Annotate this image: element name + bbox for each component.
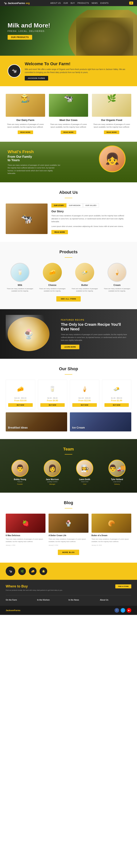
whats-fresh-body: There are many variations of passages of…: [8, 164, 61, 175]
wtb-link-in-kitchen-anchor[interactable]: In the Kitchen: [37, 599, 50, 601]
team-member-tyler-name: Tyler Holland: [103, 478, 131, 480]
team-members-grid: 👨 Bobby Young Farmer Founder 👩 Jane Morr…: [6, 460, 131, 485]
team-member-jane-extra: Quality Control: [38, 481, 66, 483]
product-milk-icon: 🥛: [10, 263, 30, 282]
shop-banner-breakfast[interactable]: Breakfast Ideas: [6, 412, 67, 431]
shop-item-butter-button[interactable]: BUY NOW: [104, 403, 129, 407]
welcome-logo-circle: 🐄: [8, 64, 21, 78]
about-read-more-button[interactable]: READ MORE: [51, 230, 68, 234]
about-section: About Us 🐄 Our Story Our Mission Our Val…: [0, 182, 137, 242]
about-tab-values[interactable]: Our Values: [83, 203, 99, 208]
feature-organic-desc: There are many variations of passages of…: [92, 123, 131, 129]
welcome-title: Welcome To Our Farm!: [25, 61, 129, 66]
welcome-cta-button[interactable]: JACKSON FARMS: [25, 76, 48, 81]
social-youtube-icon[interactable]: ▶: [127, 608, 131, 613]
welcome-logo-icon: 🐄: [12, 68, 17, 73]
shop-banners: Breakfast Ideas Ice Cream: [6, 412, 131, 431]
product-butter-icon: 🧈: [75, 263, 94, 282]
whats-fresh-subtitle: From Our Family to Yours: [8, 155, 129, 162]
cart-button[interactable]: 0: [129, 2, 133, 5]
about-story-title: Our Story: [51, 210, 131, 213]
shop-item-cheese: 🧀 $10.00 - $50.00 From $10.00 BUY NOW: [6, 380, 35, 409]
welcome-text: Welcome To Our Farm! Milk and more! We o…: [25, 61, 129, 81]
about-cow-icon: 🐄: [21, 213, 33, 224]
nav-news[interactable]: News: [92, 2, 98, 4]
team-avatar-laura: 👩‍🍳: [76, 460, 93, 477]
products-see-all-button[interactable]: SEE ALL ITEMS: [56, 296, 81, 302]
team-divider: [6, 453, 131, 455]
about-tab-story[interactable]: Our Story: [51, 203, 66, 208]
footer-bottom: JacksonFarms f t ▶: [0, 606, 137, 615]
hero-cow-decoration-2: [76, 18, 133, 56]
shop-item-cream-button[interactable]: BUY NOW: [72, 403, 97, 407]
shop-item-cheese-price-range: $10.00 - $50.00: [8, 397, 33, 399]
footer-logo-cheese: 🧀: [29, 567, 37, 575]
about-story-body1: There are many variations of passages of…: [51, 214, 131, 223]
shop-item-cheese-button[interactable]: BUY NOW: [8, 403, 33, 407]
wtb-link-on-farm-anchor[interactable]: On the Farm: [6, 599, 17, 601]
blog-post-3-image: 🥐: [92, 514, 131, 533]
footer-bottom-logo: JacksonFarms: [6, 609, 20, 612]
nav-about[interactable]: About Us: [50, 2, 61, 4]
feature-organic-cta[interactable]: READ MORE: [104, 130, 119, 134]
nav-our[interactable]: OUR: [63, 2, 68, 4]
footer-top: 🐄 🌿 🧀 ⭐: [0, 563, 137, 580]
recipe-cta-button[interactable]: LEARN MORE: [61, 345, 79, 349]
social-facebook-icon[interactable]: f: [115, 608, 119, 613]
shop-banner-icecream[interactable]: Ice Cream: [70, 412, 131, 431]
products-grid: 🥛 Milk There are many variations of pass…: [6, 263, 131, 292]
wtb-link-in-news-anchor[interactable]: In the News: [68, 599, 79, 601]
navbar-logo[interactable]: 🐄 JacksonFarmsorg: [4, 2, 30, 5]
shop-item-cheese-price: From $10.00: [8, 399, 33, 402]
team-section-title: Team: [6, 447, 131, 452]
blog-more-button[interactable]: MORE BLOG: [58, 550, 79, 555]
blog-post-1-title: It Was Delicious: [6, 534, 45, 537]
team-avatar-bobby: 👨: [11, 460, 29, 477]
product-cheese-desc: There are many variations of passages av…: [38, 288, 66, 292]
feature-dairy-title: Our Dairy Farm: [6, 119, 45, 122]
shop-item-cheese-icon: 🧀: [14, 382, 27, 396]
social-twitter-icon[interactable]: t: [121, 608, 125, 613]
wtb-link-in-news: In the News: [68, 598, 100, 601]
blog-post-2-excerpt: There are many variations of passages of…: [48, 538, 88, 543]
about-story-body2: Lorem ipsum dolor sit amet, consectetur …: [51, 225, 131, 228]
team-member-bobby-role: Founder: [6, 483, 34, 485]
nav-buy[interactable]: BUY: [71, 2, 75, 4]
shop-banner-icecream-title: Ice Cream: [72, 426, 85, 429]
feature-dairy-desc: There are many variations of passages of…: [6, 123, 45, 129]
wtb-link-about-us-anchor[interactable]: About Us: [100, 599, 108, 601]
hero-headline: Milk and More!: [8, 22, 50, 29]
shop-item-milk-button[interactable]: BUY NOW: [40, 403, 65, 407]
blog-post-3-title: Butter of a Dream: [92, 534, 131, 537]
feature-cows: 🐄 Meet Our Cows There are many variation…: [49, 94, 88, 134]
nav-events[interactable]: Events: [100, 2, 108, 4]
shop-item-cream-icon: 🍦: [78, 382, 91, 396]
blog-post-1-excerpt: There are many variations of passages of…: [6, 538, 45, 543]
shop-section-title: Our Shop: [6, 366, 131, 371]
nav-products[interactable]: Products: [78, 2, 89, 4]
team-avatar-jane: 👩: [44, 460, 61, 477]
blog-section-title: Blog: [6, 500, 131, 505]
team-member-tyler: 👨‍🚚 Tyler Holland Lead Driver Delivery: [103, 460, 131, 485]
blog-post-2-date: January 5, 2018: [48, 545, 88, 546]
hero-cta-button[interactable]: OUR PRODUCTS: [8, 35, 32, 40]
wtb-header: Where to Buy Find our products locally. …: [6, 584, 131, 591]
product-cheese-name: Cheese: [38, 284, 66, 286]
navbar-logo-icon: 🐄: [4, 2, 7, 5]
team-member-bobby-name: Bobby Young: [6, 478, 34, 480]
features-section: 👨‍🌾 Our Dairy Farm There are many variat…: [0, 86, 137, 142]
wtb-body: Find our products locally. We work with …: [6, 589, 62, 591]
shop-item-cream-price-range: $12.00 - $39.00: [72, 397, 97, 399]
feature-cows-cta[interactable]: READ MORE: [61, 130, 76, 134]
shop-item-butter: 🧈 $1.99 - $89.99 From $1.99 BUY NOW: [102, 380, 132, 409]
blog-post-3-date: January 10, 2018: [92, 545, 131, 546]
wtb-find-store-button[interactable]: FIND A STORE: [115, 584, 131, 588]
blog-divider: [6, 506, 131, 509]
about-tab-mission[interactable]: Our Mission: [66, 203, 83, 208]
recipe-label: Featured Recipe: [61, 319, 129, 321]
hero-content: Milk and More! FRESH. LOCAL. DELIVERED. …: [8, 22, 50, 40]
team-member-laura-role: Chef: [71, 483, 99, 485]
feature-dairy-cta[interactable]: READ MORE: [18, 130, 33, 134]
shop-banner-breakfast-title: Breakfast Ideas: [8, 426, 28, 429]
recipe-title: The Only Ice Cream Recipe You'll Ever Ne…: [61, 322, 129, 331]
